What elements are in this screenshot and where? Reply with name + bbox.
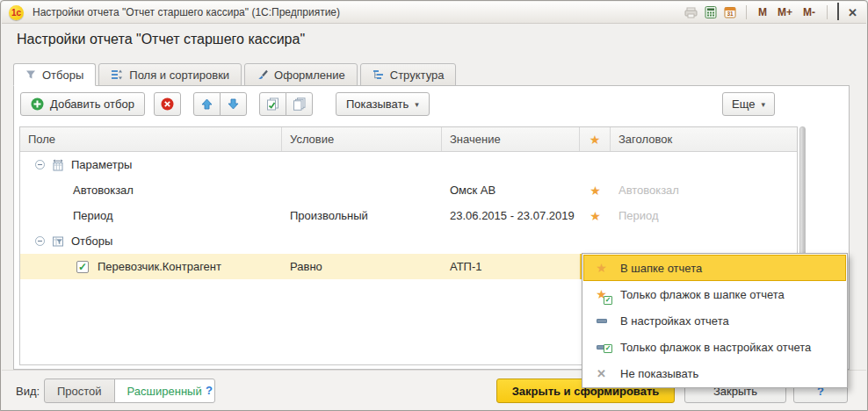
column-header-field[interactable]: Поле	[20, 127, 282, 151]
column-header-star[interactable]: ★	[580, 127, 611, 151]
tab-structure[interactable]: Структура	[360, 63, 457, 86]
caret-down-icon: ▾	[761, 100, 765, 109]
menu-item-checkbox-in-header[interactable]: ★✓ Только флажок в шапке отчета	[583, 281, 846, 307]
table-row-period[interactable]: Период Произвольный 23.06.2015 - 23.07.2…	[20, 203, 797, 228]
star-icon: ★	[590, 133, 601, 147]
svg-text:31: 31	[727, 11, 734, 17]
memory-m-button[interactable]: M	[756, 6, 769, 18]
tab-label: Оформление	[274, 68, 345, 82]
window-title: Настройки отчета "Отчет старшего кассира…	[33, 6, 684, 18]
app-logo-1c: 1с	[9, 5, 24, 20]
menu-item-checkbox-in-settings[interactable]: ✓ Только флажок в настройках отчета	[583, 334, 846, 360]
memory-m-minus-button[interactable]: M-	[801, 6, 817, 18]
table-row-avtovokzal[interactable]: Автовокзал Омск АВ ★ Автовокзал	[20, 177, 797, 203]
maximize-button[interactable]	[837, 4, 839, 20]
check-buttons	[259, 92, 313, 116]
group-label: Отборы	[71, 234, 112, 248]
tab-bar: Отборы Поля и сортировки Оформление Стру…	[13, 63, 459, 86]
delete-button[interactable]	[154, 92, 181, 116]
value-cell[interactable]: Омск АВ	[442, 177, 580, 203]
fields-sorting-icon	[111, 69, 123, 80]
tab-filters[interactable]: Отборы	[13, 63, 96, 86]
header-cell[interactable]: Период	[611, 203, 797, 228]
star-icon: ★	[590, 184, 601, 198]
filters-group-icon	[52, 235, 64, 248]
help-link[interactable]: ?	[206, 384, 213, 397]
table-header-row: Поле Условие Значение ★ Заголовок	[20, 127, 797, 152]
add-filter-button[interactable]: Добавить отбор	[20, 92, 145, 116]
dash-checkbox-icon: ✓	[594, 345, 609, 350]
calculator-icon[interactable]	[705, 6, 717, 18]
star-cell[interactable]: ★	[580, 203, 611, 228]
menu-item-label: В настройках отчета	[620, 314, 729, 328]
uncheck-all-button[interactable]	[286, 92, 313, 116]
title-bar: 1с Настройки отчета "Отчет старшего касс…	[2, 2, 866, 24]
arrow-down-icon	[228, 98, 239, 110]
more-dropdown-button[interactable]: Еще ▾	[722, 92, 775, 116]
structure-icon	[373, 69, 384, 80]
column-header-header[interactable]: Заголовок	[611, 127, 797, 151]
header-cell[interactable]: Автовокзал	[611, 177, 797, 203]
tab-fields-sorting[interactable]: Поля и сортировки	[98, 63, 242, 86]
value-cell[interactable]: АТП-1	[442, 254, 580, 279]
condition-cell[interactable]: Произвольный	[282, 203, 442, 228]
caret-down-icon: ▾	[415, 100, 419, 109]
value-cell[interactable]: 23.06.2015 - 23.07.2019	[442, 203, 580, 228]
maximize-icon	[837, 3, 839, 20]
menu-item-in-report-settings[interactable]: В настройках отчета	[583, 307, 846, 334]
report-settings-window: 1с Настройки отчета "Отчет старшего касс…	[0, 0, 868, 411]
tab-label: Поля и сортировки	[129, 68, 229, 82]
menu-item-label: В шапке отчета	[620, 262, 702, 275]
star-placement-menu: ★ В шапке отчета ★✓ Только флажок в шапк…	[582, 253, 848, 388]
menu-item-label: Не показывать	[620, 367, 698, 380]
check-all-icon	[266, 97, 279, 111]
memory-m-plus-button[interactable]: M+	[776, 6, 794, 18]
condition-cell[interactable]	[282, 177, 442, 203]
advanced-view-button[interactable]: Расширенный	[114, 379, 215, 403]
group-label: Параметры	[71, 158, 132, 171]
star-cell[interactable]: ★	[580, 177, 611, 203]
field-cell[interactable]: Период	[20, 203, 282, 228]
printer-icon[interactable]	[684, 7, 698, 18]
dash-icon	[594, 319, 609, 323]
simple-view-button[interactable]: Простой	[44, 379, 115, 403]
filter-icon	[25, 69, 36, 80]
menu-item-in-report-header[interactable]: ★ В шапке отчета	[583, 255, 846, 281]
field-cell[interactable]: Автовокзал	[20, 177, 282, 203]
menu-item-label: Только флажок в настройках отчета	[620, 341, 811, 354]
calendar-icon[interactable]: 31	[724, 6, 736, 18]
close-button[interactable]: ✕	[846, 6, 859, 19]
move-down-button[interactable]	[220, 92, 247, 116]
check-all-button[interactable]	[259, 92, 286, 116]
menu-item-label: Только флажок в шапке отчета	[620, 288, 785, 301]
group-row-parameters[interactable]: Параметры	[20, 152, 797, 177]
titlebar-separator	[827, 5, 828, 19]
star-checkbox-icon: ★✓	[594, 287, 609, 301]
row-checkbox[interactable]: ✓	[76, 261, 89, 273]
add-filter-label: Добавить отбор	[50, 97, 134, 111]
column-header-condition[interactable]: Условие	[282, 127, 442, 151]
brush-icon	[257, 69, 268, 81]
more-dropdown-label: Еще	[732, 97, 755, 111]
star-icon: ★	[590, 209, 601, 223]
uncheck-all-icon	[293, 97, 306, 111]
show-dropdown-label: Показывать	[346, 97, 409, 111]
menu-item-do-not-show[interactable]: ✕ Не показывать	[583, 360, 846, 386]
column-header-value[interactable]: Значение	[442, 127, 580, 151]
cross-icon: ✕	[594, 367, 609, 380]
titlebar-separator	[746, 5, 747, 19]
delete-icon	[161, 97, 174, 111]
page-title: Настройки отчета "Отчет старшего кассира…	[17, 32, 305, 47]
collapse-toggle-icon[interactable]	[35, 160, 45, 169]
collapse-toggle-icon[interactable]	[35, 236, 45, 246]
field-label: Перевозчик.Контрагент	[98, 260, 221, 273]
group-row-filters[interactable]: Отборы	[20, 228, 797, 254]
arrow-up-icon	[201, 98, 213, 110]
move-up-button[interactable]	[193, 92, 221, 116]
add-plus-icon	[31, 97, 44, 111]
condition-cell[interactable]: Равно	[282, 254, 442, 279]
move-buttons	[193, 92, 247, 116]
tab-formatting[interactable]: Оформление	[244, 63, 358, 86]
star-icon: ★	[594, 261, 609, 275]
show-dropdown-button[interactable]: Показывать ▾	[336, 92, 430, 116]
